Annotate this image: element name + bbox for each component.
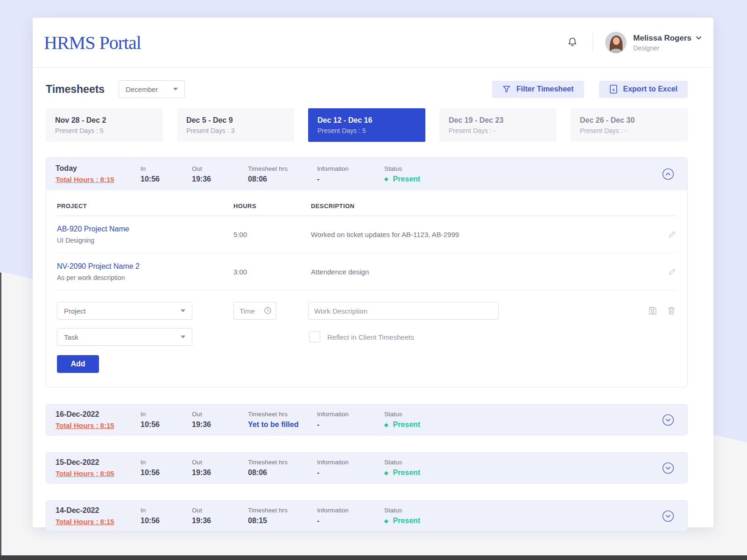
user-role: Designer <box>633 44 701 52</box>
add-button[interactable]: Add <box>57 355 99 373</box>
header-divider <box>592 33 593 52</box>
expand-row-button[interactable] <box>662 510 674 522</box>
month-select-value: December <box>126 85 158 93</box>
in-label: In <box>141 411 192 418</box>
status-diamond-icon: ◆ <box>384 470 388 476</box>
time-input[interactable] <box>233 302 276 320</box>
left-edge-line <box>0 273 1 560</box>
in-label: In <box>141 165 192 172</box>
save-entry-button[interactable] <box>648 306 658 316</box>
timesheet-entry-row: AB-920 Project Name UI Designing 5:00 Wo… <box>57 216 677 253</box>
reflect-client-checkbox-label: Reflect in Client Timesheets <box>327 333 414 341</box>
save-icon <box>648 306 658 316</box>
project-link[interactable]: AB-920 Project Name <box>57 225 129 233</box>
notifications-button[interactable] <box>566 36 578 49</box>
main-card: HRMS Portal <box>33 18 713 527</box>
avatar-image <box>605 32 627 53</box>
app-logo[interactable]: HRMS Portal <box>44 32 141 54</box>
expand-row-button[interactable] <box>662 414 674 426</box>
week-tab-label: Dec 19 - Dec 23 <box>449 116 547 125</box>
information-value: - <box>317 175 384 183</box>
timesheet-entry-row: NV-2090 Project Name 2 As per work descr… <box>57 253 677 291</box>
total-hours-link[interactable]: Total Hours : 8:15 <box>56 518 114 525</box>
total-hours-link[interactable]: Total Hours : 8:15 <box>56 421 114 429</box>
information-label: Information <box>317 165 384 172</box>
today-detail-panel: PROJECT HOURS DESCRIPTION AB-920 Project… <box>46 203 687 387</box>
information-label: Information <box>317 507 384 514</box>
project-link[interactable]: NV-2090 Project Name 2 <box>57 262 140 270</box>
out-value: 19:36 <box>192 420 248 429</box>
task-select-placeholder: Task <box>64 333 78 341</box>
status-diamond-icon: ◆ <box>384 518 388 524</box>
status-value: Present <box>393 420 420 429</box>
chevron-down-circle-icon <box>662 510 674 522</box>
in-label: In <box>141 507 192 514</box>
week-tab-dec5-dec9[interactable]: Dec 5 - Dec 9 Present Days : 3 <box>177 108 294 142</box>
status-diamond-icon: ◆ <box>384 422 388 428</box>
day-row-16-dec: 16-Dec-2022 Total Hours : 8:15 In 10:56 … <box>46 404 688 435</box>
export-to-excel-button[interactable]: x Export to Excel <box>599 81 688 98</box>
in-value: 10:56 <box>141 420 192 429</box>
out-label: Out <box>192 459 248 466</box>
description-column-header: DESCRIPTION <box>311 203 658 210</box>
month-select[interactable]: December <box>119 80 185 98</box>
out-value: 19:36 <box>192 469 248 477</box>
entry-description: Worked on ticket updates for AB-1123, AB… <box>311 231 658 238</box>
filter-timesheet-button[interactable]: Filter Timesheet <box>492 81 584 98</box>
week-tab-subtitle: Present Days : 5 <box>317 127 416 134</box>
status-label: Status <box>384 459 662 466</box>
entry-hours: 5:00 <box>233 231 311 238</box>
work-description-input[interactable] <box>308 302 499 320</box>
status-label: Status <box>384 507 662 514</box>
status-label: Status <box>384 411 662 418</box>
delete-entry-button[interactable] <box>666 306 677 316</box>
task-select[interactable]: Task <box>57 328 192 346</box>
out-label: Out <box>192 165 248 172</box>
status-diamond-icon: ◆ <box>384 176 388 182</box>
chevron-up-circle-icon <box>662 168 674 180</box>
app-header: HRMS Portal <box>33 18 713 68</box>
timesheet-hrs-value: 08:06 <box>248 175 317 183</box>
timesheet-hrs-label: Timesheet hrs <box>248 411 317 418</box>
expand-row-button[interactable] <box>662 462 674 474</box>
week-tab-subtitle: Present Days : - <box>580 127 678 134</box>
add-entry-form: Project <box>57 302 677 373</box>
status-value: Present <box>393 469 420 477</box>
chevron-down-circle-icon <box>662 462 674 474</box>
edit-entry-button[interactable] <box>658 267 677 276</box>
week-tab-dec19-dec23[interactable]: Dec 19 - Dec 23 Present Days : - <box>439 108 557 142</box>
svg-text:x: x <box>612 87 614 92</box>
total-hours-link[interactable]: Total Hours : 8:05 <box>56 469 114 477</box>
timesheet-hrs-value: Yet to be filled <box>248 420 317 429</box>
collapse-row-button[interactable] <box>662 168 674 180</box>
user-menu[interactable]: Melissa Rogers Designer <box>633 34 701 52</box>
project-column-header: PROJECT <box>57 203 233 210</box>
status-label: Status <box>384 165 662 172</box>
page-background: HRMS Portal <box>0 0 747 560</box>
week-tab-dec12-dec16-selected[interactable]: Dec 12 - Dec 16 Present Days : 5 <box>308 108 425 142</box>
today-timesheet-group: Today Total Hours : 8:15 In 10:56 Out 19… <box>46 157 688 387</box>
project-select[interactable]: Project <box>57 302 192 320</box>
pencil-icon <box>668 230 677 239</box>
information-value: - <box>317 420 384 429</box>
week-tab-label: Nov 28 - Dec 2 <box>55 116 154 125</box>
week-tabs: Nov 28 - Dec 2 Present Days : 5 Dec 5 - … <box>46 108 688 142</box>
edit-entry-button[interactable] <box>658 230 677 239</box>
day-row-14-dec: 14-Dec-2022 Total Hours : 8:15 In 10:56 … <box>46 500 688 532</box>
week-tab-nov28-dec2[interactable]: Nov 28 - Dec 2 Present Days : 5 <box>46 108 163 142</box>
in-value: 10:56 <box>141 469 192 477</box>
week-tab-label: Dec 5 - Dec 9 <box>186 116 285 125</box>
total-hours-link[interactable]: Total Hours : 8:15 <box>56 175 114 183</box>
timesheet-hrs-value: 08:15 <box>248 517 317 525</box>
user-name: Melissa Rogers <box>633 34 691 43</box>
in-value: 10:56 <box>141 517 192 525</box>
filter-button-label: Filter Timesheet <box>516 85 573 93</box>
avatar[interactable] <box>605 32 627 53</box>
chevron-down-circle-icon <box>662 414 674 426</box>
trash-icon <box>666 306 677 316</box>
reflect-client-checkbox[interactable] <box>309 331 320 343</box>
week-tab-label: Dec 26 - Dec 30 <box>580 116 678 125</box>
day-row-15-dec: 15-Dec-2022 Total Hours : 8:05 In 10:56 … <box>46 452 688 483</box>
bottom-edge-strip <box>0 555 747 560</box>
week-tab-dec26-dec30[interactable]: Dec 26 - Dec 30 Present Days : - <box>571 108 688 142</box>
